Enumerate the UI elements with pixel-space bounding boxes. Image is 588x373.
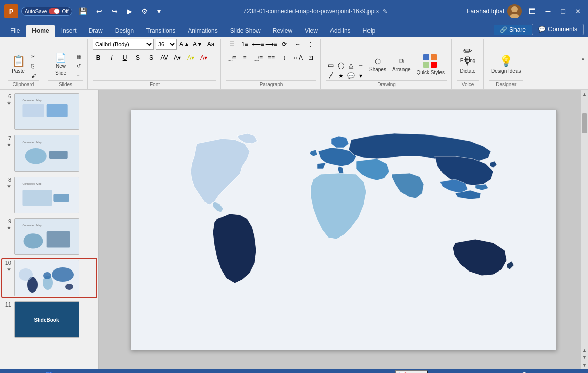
ribbon-collapse-button[interactable]: ▲ [578,37,588,81]
slide-item-8[interactable]: 8 ★ Connected Map [2,176,96,214]
section-button[interactable]: ≡ [75,71,83,80]
smart-art-button[interactable]: ⟳ [279,39,290,50]
shape-icon-rect[interactable]: ▭ [326,61,335,70]
svg-rect-7 [49,151,68,159]
clear-format-button[interactable]: Aa [205,39,216,50]
slideshow-button[interactable]: ▶ [474,370,485,373]
arrange-button[interactable]: ⧉ Arrange [390,49,413,80]
underline-button[interactable]: U [119,52,130,63]
font-size-select[interactable]: 36 [156,39,177,50]
autosave-badge[interactable]: AutoSave Off [21,7,72,16]
font-decrease-button[interactable]: A▼ [192,39,203,50]
save-button[interactable]: 💾 [76,6,90,16]
tab-view[interactable]: View [299,25,324,37]
bold-button[interactable]: B [93,52,104,63]
slide-item-7[interactable]: 7 ★ Connected Map [2,134,96,173]
shape-icon-line[interactable]: ╱ [326,71,335,80]
slide-item-6[interactable]: 6 ★ Connected Map [2,92,96,131]
strikethrough-button[interactable]: S [132,52,143,63]
shapes-button[interactable]: ⬡ Shapes [366,49,389,80]
tab-slideshow[interactable]: Slide Show [224,25,267,37]
shape-icon-callout[interactable]: 💬 [346,71,355,80]
tab-help[interactable]: Help [357,25,382,37]
dictate-button[interactable]: 🎙 Dictate [457,49,479,80]
comments-button[interactable]: 💬 Comments [532,24,584,35]
paste-button[interactable]: 📋 Paste [8,49,28,80]
customize-button[interactable]: ▾ [154,6,164,16]
slide-item-11[interactable]: 11 ★ SlideBook [2,300,96,339]
align-center-button[interactable]: ≡ [239,52,250,63]
design-ideas-button[interactable]: 💡 Design Ideas [489,49,523,80]
layout-button[interactable]: ▦ [75,52,83,61]
share-button[interactable]: 🔗 Share [494,25,532,35]
design-ideas-icon: 💡 [499,56,513,67]
shape-icon-oval[interactable]: ◯ [336,61,345,70]
justify-button[interactable]: ≡≡ [266,52,277,63]
align-left-button[interactable]: ⬚≡ [226,52,237,63]
tab-draw[interactable]: Draw [83,25,109,37]
quick-styles-button[interactable]: Quick Styles [414,49,448,80]
scroll-prev-button[interactable]: ▲ [581,347,588,353]
font-increase-button[interactable]: A▲ [179,39,190,50]
zoom-in-button[interactable]: + [545,370,556,373]
shape-icon-arrow[interactable]: → [356,61,365,70]
vertical-scrollbar[interactable]: ▲ ▲ ▼ ▼ [581,90,588,369]
copy-button[interactable]: ⎘ [29,61,39,71]
text-align-button[interactable]: ⊡ [305,52,316,63]
scroll-next-button[interactable]: ▼ [581,354,588,360]
scroll-thumb[interactable] [582,113,587,133]
tab-addins[interactable]: Add-ins [324,25,357,37]
normal-view-button[interactable]: ▣ [432,370,442,373]
slide-item-9[interactable]: 9 ★ Connected Map [2,217,96,256]
username: Farshad Iqbal [467,8,504,15]
bullets-button[interactable]: ☰ [226,39,237,50]
highlight-button[interactable]: A▾ [185,52,196,63]
fit-slide-button[interactable]: ⊡ [573,370,583,373]
new-slide-button[interactable]: 📄 New Slide [48,49,74,80]
shape-icon-tri[interactable]: △ [346,61,355,70]
autosave-toggle[interactable] [49,8,60,14]
tab-animations[interactable]: Animations [181,25,224,37]
reading-view-button[interactable]: ▤ [460,370,470,373]
font-name-select[interactable]: Calibri (Body) [93,39,154,50]
slide-sorter-button[interactable]: ⊞ [446,370,456,373]
tab-design[interactable]: Design [109,25,140,37]
redo-button[interactable]: ↪ [108,6,121,16]
tab-transitions[interactable]: Transitions [140,25,181,37]
present-button[interactable]: ▶ [124,6,135,16]
notes-button[interactable]: 📝 Notes [395,370,428,373]
align-right-button[interactable]: ⬚≡ [252,52,264,63]
maximize-button[interactable]: □ [558,6,568,16]
more-button[interactable]: ⚙ [138,6,151,16]
italic-button[interactable]: I [106,52,117,63]
numbering-button[interactable]: 1≡ [239,39,250,50]
cut-button[interactable]: ✂ [29,52,39,61]
line-spacing-button[interactable]: ↕ [279,52,290,63]
tab-file[interactable]: File [4,25,26,37]
font-color-button[interactable]: A▾ [198,52,209,63]
convert-button[interactable]: ↔ [292,39,303,50]
ribbon-display-button[interactable]: 🗔 [526,6,539,16]
close-button[interactable]: ✕ [572,7,584,16]
scroll-down-button[interactable]: ▼ [581,361,588,369]
columns-button[interactable]: ⫿ [305,39,316,50]
format-painter-button[interactable]: 🖌 [29,71,39,80]
undo-button[interactable]: ↩ [93,6,105,16]
text-direction-button[interactable]: ↔A [292,52,303,63]
tab-insert[interactable]: Insert [55,25,83,37]
tab-home[interactable]: Home [26,25,55,37]
shape-icon-star[interactable]: ★ [336,71,345,80]
decrease-indent-button[interactable]: ⟵≡ [252,39,264,50]
increase-indent-button[interactable]: ⟶≡ [266,39,277,50]
char-spacing-button[interactable]: AV [159,52,170,63]
shadow-button[interactable]: S [145,52,157,63]
scroll-up-button[interactable]: ▲ [581,90,588,98]
slide-item-10[interactable]: 10 ★ [2,259,96,297]
wordart-button[interactable]: A▾ [172,52,183,63]
tab-review[interactable]: Review [267,25,299,37]
new-slide-label: New [56,63,66,69]
reset-button[interactable]: ↺ [75,61,83,71]
zoom-out-button[interactable]: – [489,370,499,373]
minimize-button[interactable]: ─ [543,6,554,16]
shape-icon-more[interactable]: ▾ [356,71,365,80]
